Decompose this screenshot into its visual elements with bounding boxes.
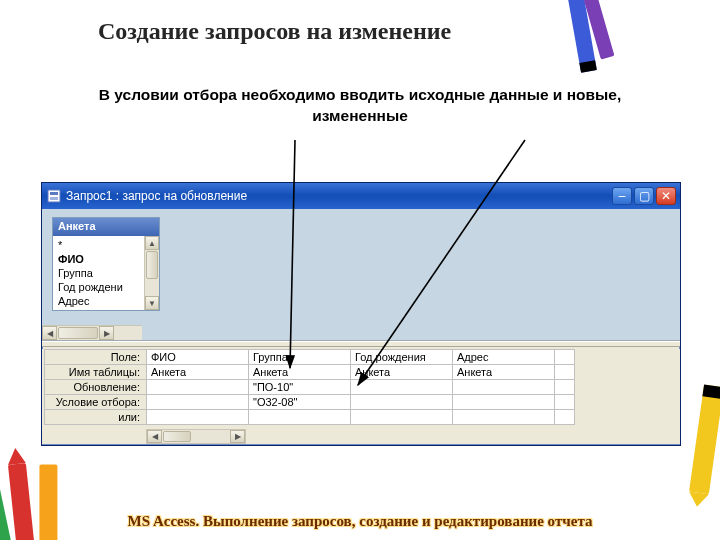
scroll-left-button[interactable]: ◀ [42, 326, 57, 340]
grid-cell[interactable]: ФИО [147, 350, 249, 365]
grid-cell[interactable] [555, 380, 575, 395]
scroll-thumb[interactable] [146, 251, 158, 279]
grid-cell[interactable] [453, 380, 555, 395]
minimize-button[interactable]: – [612, 187, 632, 205]
scroll-down-button[interactable]: ▼ [145, 296, 159, 310]
grid-cell[interactable] [555, 395, 575, 410]
grid-cell[interactable] [555, 350, 575, 365]
table-source-box[interactable]: Анкета * ФИО Группа Год рождени Адрес ▲ … [52, 217, 160, 311]
design-grid[interactable]: Поле: ФИО Группа Год рождения Адрес Имя … [44, 349, 575, 425]
grid-cell[interactable] [351, 380, 453, 395]
access-window: Запрос1 : запрос на обновление – ▢ ✕ Анк… [41, 182, 681, 446]
grid-cell[interactable] [555, 365, 575, 380]
scroll-up-button[interactable]: ▲ [145, 236, 159, 250]
grid-cell[interactable]: Анкета [351, 365, 453, 380]
hscroll-thumb[interactable] [58, 327, 98, 339]
grid-hscroll[interactable]: ◀ ▶ [146, 429, 246, 444]
fields-scrollbar[interactable]: ▲ ▼ [144, 236, 159, 310]
grid-cell[interactable]: Анкета [249, 365, 351, 380]
grid-cell[interactable] [147, 410, 249, 425]
row-label-criteria: Условие отбора: [45, 395, 147, 410]
app-icon [46, 188, 62, 204]
grid-cell[interactable] [453, 410, 555, 425]
table-source-name: Анкета [53, 218, 159, 236]
grid-row-or: или: [45, 410, 575, 425]
slide-footer: MS Access. Выполнение запросов, создание… [0, 513, 720, 530]
hscroll-thumb[interactable] [163, 431, 191, 442]
table-fields-list[interactable]: * ФИО Группа Год рождени Адрес ▲ ▼ [53, 236, 159, 310]
grid-cell[interactable]: "ПО-10" [249, 380, 351, 395]
grid-cell[interactable]: Год рождения [351, 350, 453, 365]
tables-pane: Анкета * ФИО Группа Год рождени Адрес ▲ … [42, 209, 680, 341]
svg-marker-8 [6, 447, 26, 465]
grid-cell[interactable]: "О32-08" [249, 395, 351, 410]
grid-cell[interactable]: Адрес [453, 350, 555, 365]
titlebar[interactable]: Запрос1 : запрос на обновление – ▢ ✕ [42, 183, 680, 209]
grid-cell[interactable] [351, 395, 453, 410]
svg-rect-10 [689, 384, 720, 494]
scroll-right-button[interactable]: ▶ [230, 430, 245, 443]
pane-splitter[interactable] [42, 341, 680, 347]
scroll-left-button[interactable]: ◀ [147, 430, 162, 443]
upper-hscroll[interactable]: ◀ ▶ [42, 325, 142, 340]
grid-cell[interactable] [351, 410, 453, 425]
grid-row-update: Обновление: "ПО-10" [45, 380, 575, 395]
grid-row-field: Поле: ФИО Группа Год рождения Адрес [45, 350, 575, 365]
grid-cell[interactable]: Анкета [453, 365, 555, 380]
close-button[interactable]: ✕ [656, 187, 676, 205]
row-label-table: Имя таблицы: [45, 365, 147, 380]
svg-rect-15 [50, 197, 58, 200]
grid-cell[interactable] [453, 395, 555, 410]
row-label-or: или: [45, 410, 147, 425]
svg-rect-13 [48, 190, 60, 202]
svg-rect-14 [50, 192, 58, 195]
grid-cell[interactable] [249, 410, 351, 425]
grid-cell[interactable] [555, 410, 575, 425]
grid-row-table: Имя таблицы: Анкета Анкета Анкета Анкета [45, 365, 575, 380]
row-label-update: Обновление: [45, 380, 147, 395]
grid-row-criteria: Условие отбора: "О32-08" [45, 395, 575, 410]
grid-cell[interactable]: Анкета [147, 365, 249, 380]
grid-cell[interactable] [147, 380, 249, 395]
maximize-button[interactable]: ▢ [634, 187, 654, 205]
scroll-right-button[interactable]: ▶ [99, 326, 114, 340]
grid-cell[interactable]: Группа [249, 350, 351, 365]
row-label-field: Поле: [45, 350, 147, 365]
window-title: Запрос1 : запрос на обновление [66, 189, 612, 203]
design-grid-pane: Поле: ФИО Группа Год рождения Адрес Имя … [42, 349, 680, 444]
grid-cell[interactable] [147, 395, 249, 410]
svg-marker-12 [687, 491, 709, 508]
